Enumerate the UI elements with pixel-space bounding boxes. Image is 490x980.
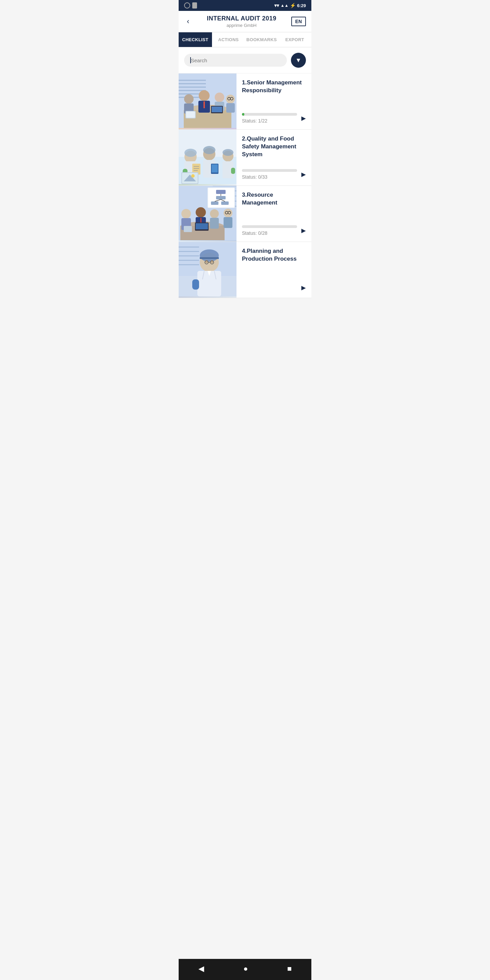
tab-checklist[interactable]: CHECKLIST bbox=[179, 32, 212, 47]
status-text-3: Status: 0/28 bbox=[242, 231, 267, 236]
chevron-right-icon-1: ► bbox=[300, 114, 307, 123]
status-text-1: Status: 1/22 bbox=[242, 118, 267, 124]
page-title: INTERNAL AUDIT 2019 bbox=[192, 15, 291, 22]
item-image-2 bbox=[179, 130, 237, 185]
svg-point-41 bbox=[223, 149, 234, 156]
svg-rect-17 bbox=[212, 107, 222, 112]
item-status-area-1: Status: 1/22 bbox=[242, 113, 297, 124]
tab-export[interactable]: EXPORT bbox=[278, 32, 312, 47]
item-image-4 bbox=[179, 242, 237, 298]
svg-rect-89 bbox=[200, 257, 219, 259]
item-title-1: 1.Senior Management Responsibility bbox=[242, 79, 307, 109]
sd-icon bbox=[192, 2, 197, 8]
back-button[interactable]: ‹ bbox=[184, 16, 192, 27]
item-image-1 bbox=[179, 73, 237, 129]
item-footer-4: ► bbox=[242, 283, 307, 292]
svg-rect-39 bbox=[212, 164, 218, 172]
svg-point-14 bbox=[215, 92, 224, 102]
progress-bar-2 bbox=[242, 169, 297, 172]
progress-fill-1 bbox=[242, 113, 244, 116]
item-title-2: 2.Quality and Food Safety Management Sys… bbox=[242, 135, 307, 165]
list-item[interactable]: 1.Senior Management Responsibility Statu… bbox=[179, 73, 311, 130]
item-illustration-3 bbox=[179, 186, 237, 240]
item-status-area-2: Status: 0/33 bbox=[242, 169, 297, 180]
svg-point-36 bbox=[203, 146, 215, 154]
item-title-4: 4.Planning and Production Process bbox=[242, 247, 307, 279]
filter-button[interactable]: ▼ bbox=[291, 53, 306, 68]
circle-icon bbox=[184, 2, 190, 8]
item-content-1: 1.Senior Management Responsibility Statu… bbox=[237, 73, 311, 129]
header-subtitle: apprime GmbH bbox=[192, 23, 291, 28]
svg-rect-78 bbox=[224, 217, 232, 228]
time: 6:29 bbox=[297, 3, 306, 8]
search-input-wrapper[interactable] bbox=[184, 54, 287, 67]
svg-rect-59 bbox=[221, 202, 229, 205]
tab-bar: CHECKLIST ACTIONS BOOKMARKS EXPORT bbox=[179, 32, 311, 47]
item-title-3: 3.Resource Management bbox=[242, 191, 307, 221]
tab-bookmarks[interactable]: BOOKMARKS bbox=[245, 32, 278, 47]
svg-rect-43 bbox=[231, 168, 235, 174]
item-illustration-2 bbox=[179, 130, 237, 184]
progress-bar-1 bbox=[242, 113, 297, 116]
svg-rect-13 bbox=[204, 102, 205, 108]
item-content-4: 4.Planning and Production Process ► bbox=[237, 242, 311, 298]
search-bar: ▼ bbox=[179, 47, 311, 73]
svg-rect-56 bbox=[216, 190, 226, 194]
list-item[interactable]: 4.Planning and Production Process ► bbox=[179, 242, 311, 298]
chevron-right-icon-4: ► bbox=[300, 283, 307, 292]
tab-actions[interactable]: ACTIONS bbox=[212, 32, 245, 47]
status-text-2: Status: 0/33 bbox=[242, 174, 267, 180]
language-button[interactable]: EN bbox=[291, 17, 306, 26]
svg-point-65 bbox=[181, 209, 191, 218]
svg-rect-97 bbox=[192, 279, 199, 290]
status-bar: ▾▾ ▲▲ ⚡ 6:29 bbox=[179, 0, 311, 11]
svg-point-9 bbox=[184, 94, 194, 104]
svg-rect-58 bbox=[211, 202, 218, 205]
chevron-right-icon-3: ► bbox=[300, 226, 307, 235]
item-content-2: 2.Quality and Food Safety Management Sys… bbox=[237, 130, 311, 185]
item-content-3: 3.Resource Management Status: 0/28 ► bbox=[237, 186, 311, 242]
checklist-list: 1.Senior Management Responsibility Statu… bbox=[179, 73, 311, 298]
svg-rect-71 bbox=[210, 218, 219, 229]
progress-bar-3 bbox=[242, 225, 297, 228]
header: ‹ INTERNAL AUDIT 2019 apprime GmbH EN bbox=[179, 11, 311, 32]
wifi-icon: ▾▾ bbox=[274, 3, 279, 8]
chevron-right-icon-2: ► bbox=[300, 170, 307, 179]
status-right-area: ▾▾ ▲▲ ⚡ 6:29 bbox=[274, 3, 306, 8]
battery-icon: ⚡ bbox=[290, 3, 296, 8]
svg-point-11 bbox=[199, 90, 210, 101]
item-footer-1: Status: 1/22 ► bbox=[242, 113, 307, 124]
list-item[interactable]: 3.Resource Management Status: 0/28 ► bbox=[179, 186, 311, 242]
svg-rect-79 bbox=[184, 226, 192, 232]
header-center: INTERNAL AUDIT 2019 apprime GmbH bbox=[192, 15, 291, 28]
item-image-3 bbox=[179, 186, 237, 242]
item-status-area-3: Status: 0/28 bbox=[242, 225, 297, 236]
item-illustration-4 bbox=[179, 242, 237, 296]
svg-rect-57 bbox=[216, 196, 226, 199]
search-input[interactable] bbox=[191, 57, 281, 63]
svg-rect-19 bbox=[226, 103, 235, 113]
svg-point-47 bbox=[191, 174, 195, 178]
svg-point-67 bbox=[196, 207, 206, 218]
list-item[interactable]: 2.Quality and Food Safety Management Sys… bbox=[179, 130, 311, 186]
item-illustration-1 bbox=[179, 73, 237, 128]
svg-rect-24 bbox=[186, 111, 195, 118]
svg-rect-73 bbox=[196, 223, 208, 229]
svg-point-88 bbox=[200, 250, 219, 262]
signal-icon: ▲▲ bbox=[280, 3, 288, 8]
status-left-icons bbox=[184, 2, 197, 8]
item-footer-3: Status: 0/28 ► bbox=[242, 225, 307, 236]
svg-point-28 bbox=[185, 149, 197, 157]
item-footer-2: Status: 0/33 ► bbox=[242, 169, 307, 180]
filter-icon: ▼ bbox=[295, 57, 301, 64]
svg-point-70 bbox=[210, 209, 219, 218]
